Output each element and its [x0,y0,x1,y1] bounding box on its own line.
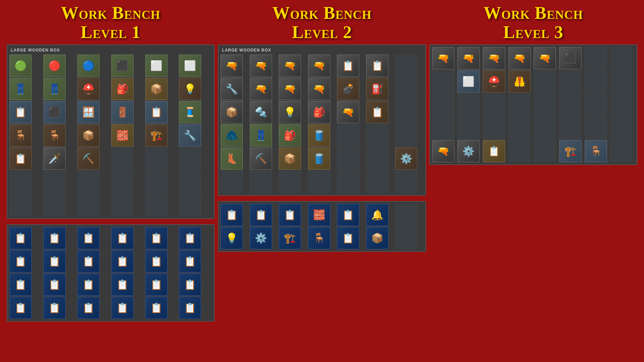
item-slot[interactable] [43,171,66,193]
item-slot[interactable] [610,140,632,162]
item-slot[interactable] [483,94,505,116]
item-slot[interactable]: 📋 [111,227,134,249]
item-slot[interactable]: ⛏️ [250,147,272,170]
item-slot[interactable] [9,194,32,216]
item-slot[interactable]: 🪑 [43,124,66,146]
item-slot[interactable]: 🛢️ [308,147,330,170]
item-slot[interactable]: 📋 [221,204,243,226]
item-slot[interactable]: 🔫 [432,47,454,69]
item-slot[interactable]: 🔔 [366,204,388,226]
item-slot[interactable] [534,140,556,162]
item-slot[interactable]: 🔫 [250,55,272,77]
item-slot[interactable] [534,117,556,139]
item-slot[interactable]: 📋 [145,250,167,272]
item-slot[interactable] [432,117,454,139]
item-slot[interactable]: 📋 [179,227,201,249]
item-slot[interactable] [9,171,32,193]
item-slot[interactable]: 🛢️ [308,124,330,146]
item-slot[interactable]: 📋 [77,250,100,272]
item-slot[interactable]: 🎒 [279,124,301,146]
item-slot[interactable]: 📋 [77,227,100,249]
item-slot[interactable] [508,94,531,116]
item-slot[interactable] [585,117,607,139]
item-slot[interactable]: ⬜ [179,55,201,77]
item-slot[interactable]: 📋 [9,147,32,170]
item-slot[interactable] [395,101,417,123]
item-slot[interactable] [610,70,632,93]
item-slot[interactable] [179,147,201,170]
item-slot[interactable] [179,194,201,216]
item-slot[interactable]: 🔫 [483,47,505,69]
item-slot[interactable]: 🔫 [221,55,243,77]
item-slot[interactable] [145,171,167,193]
item-slot[interactable]: 📋 [9,101,32,123]
item-slot[interactable] [43,194,66,216]
item-slot[interactable]: 💡 [279,101,301,123]
item-slot[interactable]: ⛏️ [77,147,100,170]
item-slot[interactable]: 👖 [250,124,272,146]
item-slot[interactable]: 📋 [483,140,505,162]
item-slot[interactable] [366,171,388,193]
item-slot[interactable]: 💡 [179,78,201,100]
item-slot[interactable]: 🦺 [508,70,531,93]
item-slot[interactable] [559,94,581,116]
item-slot[interactable]: ⬜ [145,55,167,77]
item-slot[interactable]: 📋 [337,227,359,249]
item-slot[interactable]: 🧱 [111,124,134,146]
item-slot[interactable]: 🧱 [308,204,330,226]
item-slot[interactable]: 📋 [9,227,32,249]
item-slot[interactable] [457,117,480,139]
item-slot[interactable] [145,194,167,216]
item-slot[interactable]: 🎒 [111,78,134,100]
item-slot[interactable] [559,117,581,139]
item-slot[interactable]: 🔫 [250,78,272,100]
item-slot[interactable] [432,70,454,93]
item-slot[interactable]: 🔴 [43,55,66,77]
item-slot[interactable]: 👖 [9,78,32,100]
item-slot[interactable]: 📋 [250,204,272,226]
item-slot[interactable]: 📋 [9,273,32,296]
item-slot[interactable]: 🔫 [279,78,301,100]
item-slot[interactable] [279,171,301,193]
item-slot[interactable] [77,194,100,216]
item-slot[interactable] [483,117,505,139]
item-slot[interactable] [395,55,417,77]
item-slot[interactable]: 🧵 [179,101,201,123]
item-slot[interactable]: 🪑 [585,140,607,162]
item-slot[interactable]: 🚪 [111,101,134,123]
item-slot[interactable]: 👢 [221,147,243,170]
item-slot[interactable]: ⬛ [43,101,66,123]
item-slot[interactable]: 📦 [221,101,243,123]
item-slot[interactable] [610,94,632,116]
item-slot[interactable] [534,70,556,93]
item-slot[interactable] [559,70,581,93]
item-slot[interactable]: 📦 [145,78,167,100]
item-slot[interactable]: 🔫 [432,140,454,162]
item-slot[interactable]: 🔫 [308,55,330,77]
item-slot[interactable]: ⬛ [111,55,134,77]
item-slot[interactable] [457,94,480,116]
item-slot[interactable]: 📋 [145,227,167,249]
item-slot[interactable] [534,94,556,116]
item-slot[interactable] [337,171,359,193]
item-slot[interactable] [366,124,388,146]
item-slot[interactable] [585,70,607,93]
item-slot[interactable]: 🔵 [77,55,100,77]
item-slot[interactable] [610,47,632,69]
item-slot[interactable] [508,117,531,139]
item-slot[interactable]: ⬜ [457,70,480,93]
item-slot[interactable]: 📋 [77,273,100,296]
item-slot[interactable]: 🏗️ [559,140,581,162]
item-slot[interactable]: ⛑️ [483,70,505,93]
item-slot[interactable]: ⚙️ [250,227,272,249]
item-slot[interactable] [432,94,454,116]
item-slot[interactable]: 📦 [366,227,388,249]
item-slot[interactable]: 📦 [77,124,100,146]
item-slot[interactable] [250,171,272,193]
item-slot[interactable]: 🔫 [534,47,556,69]
item-slot[interactable]: ⬛ [559,47,581,69]
item-slot[interactable]: 📋 [9,297,32,319]
item-slot[interactable]: 🪑 [9,124,32,146]
item-slot[interactable]: 🔫 [337,101,359,123]
item-slot[interactable] [179,171,201,193]
